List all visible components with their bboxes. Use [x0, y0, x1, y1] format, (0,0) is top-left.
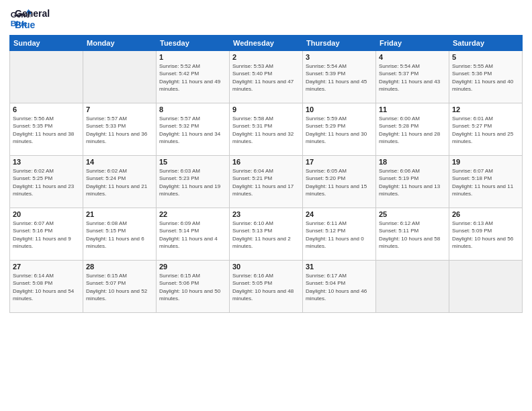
- header: General Blue General Blue: [9, 7, 523, 31]
- calendar-cell: 28Sunrise: 6:15 AM Sunset: 5:07 PM Dayli…: [83, 260, 157, 312]
- calendar-cell: 20Sunrise: 6:07 AM Sunset: 5:16 PM Dayli…: [10, 208, 83, 260]
- col-header-sunday: Sunday: [10, 35, 83, 50]
- logo: General Blue General Blue: [9, 7, 50, 31]
- calendar-cell: 21Sunrise: 6:08 AM Sunset: 5:15 PM Dayli…: [83, 208, 157, 260]
- col-header-friday: Friday: [376, 35, 449, 50]
- calendar-cell: 5Sunrise: 5:55 AM Sunset: 5:36 PM Daylig…: [449, 50, 523, 103]
- cell-detail: Sunrise: 6:10 AM Sunset: 5:13 PM Dayligh…: [232, 220, 300, 250]
- day-number: 9: [232, 105, 300, 113]
- calendar-cell: 30Sunrise: 6:16 AM Sunset: 5:05 PM Dayli…: [230, 260, 303, 312]
- calendar-cell: 11Sunrise: 6:00 AM Sunset: 5:28 PM Dayli…: [376, 103, 449, 155]
- logo-general: General: [15, 8, 50, 19]
- calendar-container: General Blue General Blue SundayMondayTu…: [0, 0, 532, 411]
- calendar-cell: 10Sunrise: 5:59 AM Sunset: 5:29 PM Dayli…: [303, 103, 376, 155]
- calendar-cell: 25Sunrise: 6:12 AM Sunset: 5:11 PM Dayli…: [376, 208, 449, 260]
- calendar-cell: 16Sunrise: 6:04 AM Sunset: 5:21 PM Dayli…: [230, 155, 303, 208]
- day-number: 13: [13, 158, 80, 166]
- col-header-monday: Monday: [83, 35, 157, 50]
- cell-detail: Sunrise: 5:55 AM Sunset: 5:36 PM Dayligh…: [452, 62, 519, 93]
- cell-detail: Sunrise: 6:02 AM Sunset: 5:25 PM Dayligh…: [13, 167, 80, 198]
- day-number: 29: [159, 263, 226, 271]
- day-number: 18: [379, 158, 446, 166]
- cell-detail: Sunrise: 5:59 AM Sunset: 5:29 PM Dayligh…: [306, 115, 373, 146]
- col-header-wednesday: Wednesday: [230, 35, 303, 50]
- day-number: 1: [159, 53, 226, 61]
- day-number: 22: [159, 210, 226, 218]
- day-number: 17: [306, 158, 373, 166]
- calendar-cell: [376, 260, 449, 312]
- cell-detail: Sunrise: 6:13 AM Sunset: 5:09 PM Dayligh…: [452, 220, 519, 250]
- cell-detail: Sunrise: 6:11 AM Sunset: 5:12 PM Dayligh…: [306, 220, 373, 250]
- cell-detail: Sunrise: 5:53 AM Sunset: 5:40 PM Dayligh…: [232, 62, 300, 93]
- calendar-cell: 17Sunrise: 6:05 AM Sunset: 5:20 PM Dayli…: [303, 155, 376, 208]
- calendar-cell: 9Sunrise: 5:58 AM Sunset: 5:31 PM Daylig…: [230, 103, 303, 155]
- cell-detail: Sunrise: 5:57 AM Sunset: 5:32 PM Dayligh…: [159, 115, 226, 146]
- calendar-cell: 3Sunrise: 5:54 AM Sunset: 5:39 PM Daylig…: [303, 50, 376, 103]
- day-number: 31: [306, 263, 373, 271]
- day-number: 3: [306, 53, 373, 61]
- day-number: 24: [306, 210, 373, 218]
- cell-detail: Sunrise: 6:02 AM Sunset: 5:24 PM Dayligh…: [86, 167, 153, 198]
- calendar-cell: [449, 260, 523, 312]
- calendar-cell: 12Sunrise: 6:01 AM Sunset: 5:27 PM Dayli…: [449, 103, 523, 155]
- cell-detail: Sunrise: 6:07 AM Sunset: 5:18 PM Dayligh…: [452, 167, 519, 198]
- calendar-cell: [10, 50, 83, 103]
- cell-detail: Sunrise: 6:05 AM Sunset: 5:20 PM Dayligh…: [306, 167, 373, 198]
- cell-detail: Sunrise: 6:12 AM Sunset: 5:11 PM Dayligh…: [379, 220, 446, 250]
- day-number: 8: [159, 105, 226, 113]
- cell-detail: Sunrise: 6:00 AM Sunset: 5:28 PM Dayligh…: [379, 115, 446, 146]
- cell-detail: Sunrise: 6:07 AM Sunset: 5:16 PM Dayligh…: [13, 220, 80, 250]
- calendar-cell: 27Sunrise: 6:14 AM Sunset: 5:08 PM Dayli…: [10, 260, 83, 312]
- cell-detail: Sunrise: 5:54 AM Sunset: 5:37 PM Dayligh…: [379, 62, 446, 93]
- cell-detail: Sunrise: 5:56 AM Sunset: 5:35 PM Dayligh…: [13, 115, 80, 146]
- day-number: 26: [452, 210, 519, 218]
- cell-detail: Sunrise: 5:52 AM Sunset: 5:42 PM Dayligh…: [159, 62, 226, 93]
- calendar-cell: 1Sunrise: 5:52 AM Sunset: 5:42 PM Daylig…: [157, 50, 230, 103]
- calendar-cell: 13Sunrise: 6:02 AM Sunset: 5:25 PM Dayli…: [10, 155, 83, 208]
- day-number: 25: [379, 210, 446, 218]
- day-number: 19: [452, 158, 519, 166]
- cell-detail: Sunrise: 6:16 AM Sunset: 5:05 PM Dayligh…: [232, 272, 300, 303]
- calendar-cell: 6Sunrise: 5:56 AM Sunset: 5:35 PM Daylig…: [10, 103, 83, 155]
- day-number: 14: [86, 158, 153, 166]
- cell-detail: Sunrise: 5:54 AM Sunset: 5:39 PM Dayligh…: [306, 62, 373, 93]
- cell-detail: Sunrise: 6:15 AM Sunset: 5:07 PM Dayligh…: [86, 272, 153, 303]
- calendar-cell: 7Sunrise: 5:57 AM Sunset: 5:33 PM Daylig…: [83, 103, 157, 155]
- day-number: 7: [86, 105, 153, 113]
- calendar-cell: 2Sunrise: 5:53 AM Sunset: 5:40 PM Daylig…: [230, 50, 303, 103]
- cell-detail: Sunrise: 6:08 AM Sunset: 5:15 PM Dayligh…: [86, 220, 153, 250]
- day-number: 15: [159, 158, 226, 166]
- calendar-cell: 24Sunrise: 6:11 AM Sunset: 5:12 PM Dayli…: [303, 208, 376, 260]
- day-number: 30: [232, 263, 300, 271]
- calendar-table: SundayMondayTuesdayWednesdayThursdayFrid…: [9, 35, 523, 313]
- calendar-cell: 31Sunrise: 6:17 AM Sunset: 5:04 PM Dayli…: [303, 260, 376, 312]
- calendar-cell: 29Sunrise: 6:15 AM Sunset: 5:06 PM Dayli…: [157, 260, 230, 312]
- calendar-cell: 23Sunrise: 6:10 AM Sunset: 5:13 PM Dayli…: [230, 208, 303, 260]
- cell-detail: Sunrise: 6:04 AM Sunset: 5:21 PM Dayligh…: [232, 167, 300, 198]
- cell-detail: Sunrise: 6:03 AM Sunset: 5:23 PM Dayligh…: [159, 167, 226, 198]
- day-number: 27: [13, 263, 80, 271]
- day-number: 10: [306, 105, 373, 113]
- col-header-thursday: Thursday: [303, 35, 376, 50]
- day-number: 6: [13, 105, 80, 113]
- cell-detail: Sunrise: 6:01 AM Sunset: 5:27 PM Dayligh…: [452, 115, 519, 146]
- day-number: 12: [452, 105, 519, 113]
- cell-detail: Sunrise: 6:17 AM Sunset: 5:04 PM Dayligh…: [306, 272, 373, 303]
- cell-detail: Sunrise: 5:58 AM Sunset: 5:31 PM Dayligh…: [232, 115, 300, 146]
- day-number: 2: [232, 53, 300, 61]
- day-number: 4: [379, 53, 446, 61]
- col-header-tuesday: Tuesday: [157, 35, 230, 50]
- cell-detail: Sunrise: 5:57 AM Sunset: 5:33 PM Dayligh…: [86, 115, 153, 146]
- calendar-cell: 14Sunrise: 6:02 AM Sunset: 5:24 PM Dayli…: [83, 155, 157, 208]
- day-number: 23: [232, 210, 300, 218]
- calendar-cell: [83, 50, 157, 103]
- calendar-cell: 4Sunrise: 5:54 AM Sunset: 5:37 PM Daylig…: [376, 50, 449, 103]
- col-header-saturday: Saturday: [449, 35, 523, 50]
- calendar-cell: 26Sunrise: 6:13 AM Sunset: 5:09 PM Dayli…: [449, 208, 523, 260]
- calendar-cell: 15Sunrise: 6:03 AM Sunset: 5:23 PM Dayli…: [157, 155, 230, 208]
- calendar-cell: 8Sunrise: 5:57 AM Sunset: 5:32 PM Daylig…: [157, 103, 230, 155]
- day-number: 21: [86, 210, 153, 218]
- cell-detail: Sunrise: 6:15 AM Sunset: 5:06 PM Dayligh…: [159, 272, 226, 303]
- day-number: 16: [232, 158, 300, 166]
- cell-detail: Sunrise: 6:09 AM Sunset: 5:14 PM Dayligh…: [159, 220, 226, 250]
